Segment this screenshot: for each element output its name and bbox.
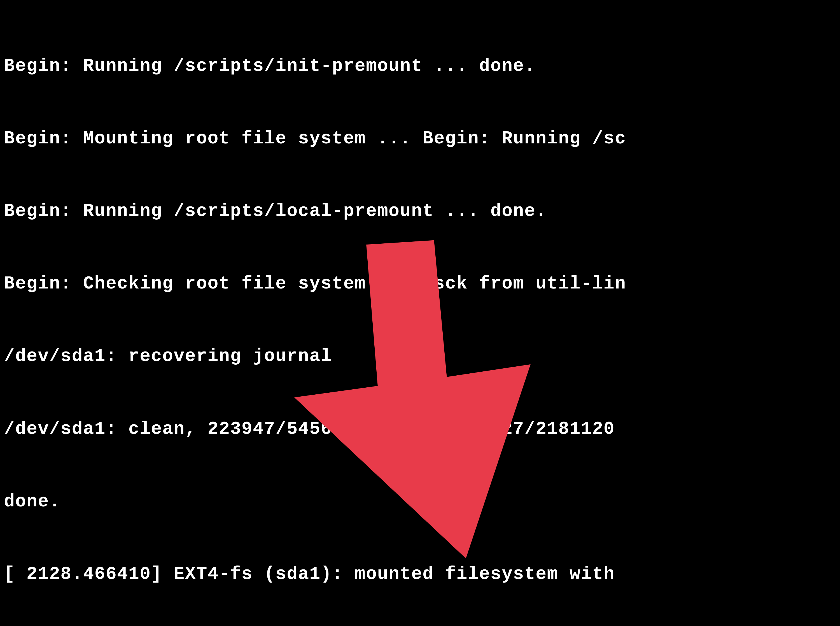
boot-log-line: Begin: Mounting root file system ... Beg… — [4, 127, 840, 151]
boot-log-line: /dev/sda1: recovering journal — [4, 344, 840, 368]
terminal-output[interactable]: Begin: Running /scripts/init-premount ..… — [0, 0, 840, 626]
boot-log-line: /dev/sda1: clean, 223947/545648 files, 1… — [4, 417, 840, 441]
boot-log-line: Begin: Checking root file system ... fsc… — [4, 272, 840, 296]
boot-log-line: Begin: Running /scripts/init-premount ..… — [4, 54, 840, 78]
boot-log-line: Begin: Running /scripts/local-premount .… — [4, 199, 840, 223]
boot-log-line: [ 2128.466410] EXT4-fs (sda1): mounted f… — [4, 562, 840, 586]
boot-log-line: done. — [4, 490, 840, 514]
